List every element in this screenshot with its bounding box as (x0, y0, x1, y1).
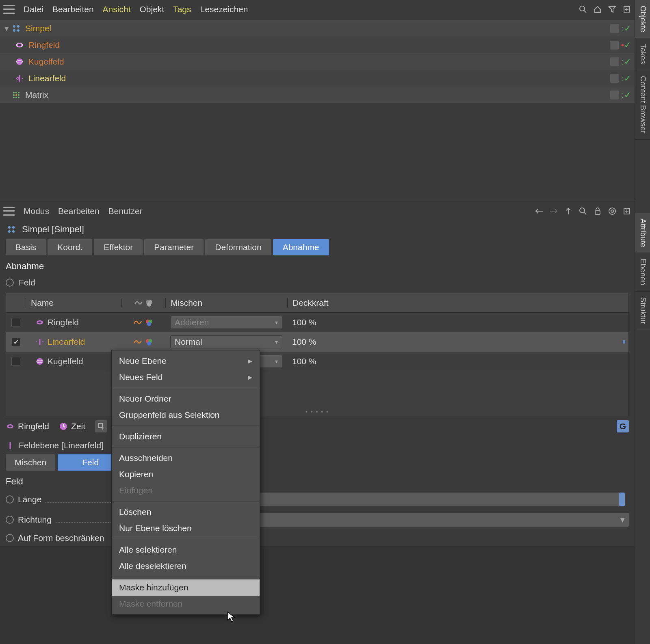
expand-icon[interactable]: ▾ (3, 25, 10, 32)
row-channels[interactable] (121, 318, 165, 327)
ring-icon (35, 318, 44, 327)
layer-flag[interactable] (610, 41, 619, 50)
svg-point-10 (18, 44, 21, 46)
tree-row-matrix[interactable]: Matrix :✓ (0, 86, 635, 103)
row-checkbox[interactable] (11, 318, 20, 327)
layer-flag[interactable] (610, 74, 619, 83)
menu-bearbeiten[interactable]: Bearbeiten (52, 4, 94, 14)
preset-icon[interactable]: G (617, 420, 629, 432)
ctx-duplizieren[interactable]: Duplizieren (112, 428, 260, 445)
ctx-maske-hinzufuegen[interactable]: Maske hinzufügen (112, 579, 260, 596)
opacity-value[interactable]: 100 % (287, 318, 628, 327)
layer-flag[interactable] (610, 24, 619, 33)
effector-icon (6, 224, 17, 235)
param-radio[interactable] (6, 516, 14, 524)
col-channels (121, 298, 165, 307)
nav-up-icon[interactable] (564, 207, 573, 216)
tab-basis[interactable]: Basis (6, 239, 46, 255)
table-row[interactable]: Kugelfeld ▾ 100 % (6, 352, 628, 371)
menu-datei[interactable]: Datei (24, 4, 43, 14)
filter-icon[interactable] (608, 5, 617, 14)
tree-row-linearfeld[interactable]: Linearfeld :✓ (0, 70, 635, 86)
opacity-value[interactable]: 100 % (287, 337, 628, 347)
status-check[interactable]: :✓ (622, 24, 631, 33)
ctx-nur-ebene-loeschen[interactable]: Nur Ebene löschen (112, 520, 260, 536)
ctx-alle-selektieren[interactable]: Alle selektieren (112, 542, 260, 558)
row-channels[interactable] (121, 337, 165, 346)
tab-effektor[interactable]: Effektor (94, 239, 143, 255)
side-tab-struktur[interactable]: Struktur (635, 292, 650, 331)
svg-point-34 (12, 230, 15, 233)
tree-row-kugelfeld[interactable]: Kugelfeld :✓ (0, 53, 635, 70)
tab-abnahme[interactable]: Abnahme (273, 239, 329, 255)
row-checkbox[interactable] (11, 357, 20, 366)
layer-flag[interactable] (610, 91, 619, 99)
menu-tags[interactable]: Tags (173, 4, 191, 14)
side-tab-objekte[interactable]: Objekte (635, 0, 650, 38)
menu-ansicht[interactable]: Ansicht (103, 4, 131, 14)
menu-lesezeichen[interactable]: Lesezeichen (200, 4, 248, 14)
ring-icon (6, 422, 15, 431)
ctx-kopieren[interactable]: Kopieren (112, 466, 260, 482)
attr-dock-icon[interactable] (622, 207, 631, 216)
attr-burger-icon[interactable] (3, 207, 15, 216)
ctx-ausschneiden[interactable]: Ausschneiden (112, 450, 260, 466)
svg-point-16 (18, 92, 20, 93)
ctx-alle-deselektieren[interactable]: Alle deselektieren (112, 558, 260, 574)
tree-row-simpel[interactable]: ▾ Simpel :✓ (0, 20, 635, 37)
table-row[interactable]: Ringfeld Addieren▾ 100 % (6, 313, 628, 332)
nav-forward-icon[interactable] (549, 207, 558, 216)
svg-point-33 (8, 230, 11, 233)
mix-dropdown[interactable]: Normal▾ (170, 335, 282, 348)
param-radio[interactable] (6, 495, 14, 504)
attr-search-icon[interactable] (578, 207, 587, 216)
attr-menu-modus[interactable]: Modus (24, 206, 49, 216)
sub-obj-zeit[interactable]: Zeit (59, 421, 85, 431)
row-checkbox[interactable] (11, 337, 20, 346)
ring-icon (15, 40, 24, 50)
table-row[interactable]: Linearfeld Normal▾ 100 % (6, 332, 628, 352)
ctx-loeschen[interactable]: Löschen (112, 504, 260, 520)
add-tab-icon[interactable] (95, 420, 107, 432)
status-check[interactable]: :✓ (622, 73, 631, 83)
field-radio[interactable] (6, 279, 14, 287)
menu-objekt[interactable]: Objekt (139, 4, 164, 14)
nav-back-icon[interactable] (535, 207, 544, 216)
target-icon[interactable] (608, 207, 617, 216)
ctx-neues-feld[interactable]: Neues Feld▶ (112, 369, 260, 385)
menu-burger-icon[interactable] (3, 5, 15, 14)
resize-handle[interactable]: • • • • • (6, 408, 628, 416)
ctx-gruppenfeld[interactable]: Gruppenfeld aus Selektion (112, 407, 260, 423)
layer-flag[interactable] (610, 57, 619, 66)
status-check[interactable]: :✓ (622, 90, 631, 100)
sub-tab-mischen[interactable]: Mischen (6, 454, 55, 471)
tree-row-ringfeld[interactable]: Ringfeld •✓ (0, 37, 635, 53)
param-radio[interactable] (6, 534, 14, 542)
attr-menu-benutzer[interactable]: Benutzer (108, 206, 143, 216)
svg-point-7 (13, 29, 15, 32)
status-check[interactable]: :✓ (622, 57, 631, 67)
home-icon[interactable] (593, 5, 602, 14)
lock-icon[interactable] (593, 207, 602, 216)
tab-koord[interactable]: Koord. (48, 239, 92, 255)
status-check[interactable]: •✓ (621, 40, 631, 50)
sub-title-row: Feldebene [Linearfeld] (0, 437, 635, 454)
dock-icon[interactable] (622, 5, 631, 14)
mix-dropdown[interactable]: Addieren▾ (170, 316, 282, 329)
matrix-icon (11, 90, 21, 100)
svg-point-21 (15, 97, 17, 98)
search-icon[interactable] (578, 5, 587, 14)
side-tab-takes[interactable]: Takes (635, 38, 650, 70)
opacity-value[interactable]: 100 % (287, 357, 628, 366)
svg-rect-25 (595, 211, 600, 214)
ctx-neue-ebene[interactable]: Neue Ebene▶ (112, 353, 260, 369)
ctx-maske-entfernen: Maske entfernen (112, 596, 260, 612)
side-tab-ebenen[interactable]: Ebenen (635, 253, 650, 292)
tab-parameter[interactable]: Parameter (144, 239, 204, 255)
tab-deformation[interactable]: Deformation (205, 239, 271, 255)
ctx-neuer-ordner[interactable]: Neuer Ordner (112, 391, 260, 407)
side-tab-attribute[interactable]: Attribute (635, 213, 650, 253)
sub-obj-ringfeld[interactable]: Ringfeld (6, 421, 49, 431)
side-tab-content-browser[interactable]: Content Browser (635, 70, 650, 140)
attr-menu-bearbeiten[interactable]: Bearbeiten (58, 206, 100, 216)
